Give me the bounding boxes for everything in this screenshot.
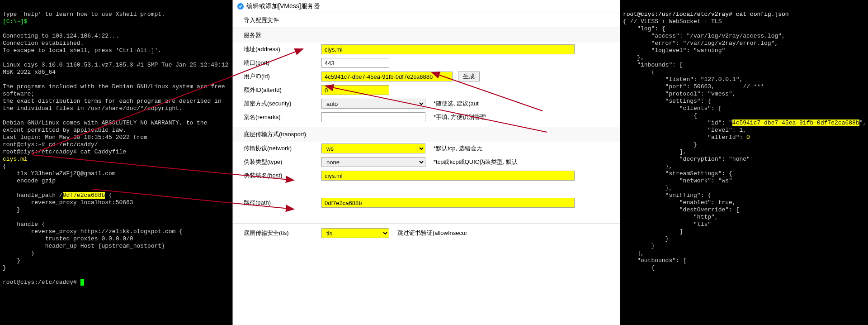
debian-note2: the exact distribution terms for each pr…	[3, 98, 225, 112]
caddy-close2a: }	[3, 250, 34, 257]
connecting: Connecting to 103.124.106.4:22...	[3, 33, 119, 39]
r-l4: "error": "/var/log/v2ray/error.log",	[623, 40, 778, 47]
r-l35: {	[623, 264, 655, 271]
r-l6: },	[623, 54, 644, 61]
alterid-input[interactable]	[321, 85, 389, 95]
section-server: 服务器	[233, 28, 620, 43]
caddy-handlepath-pre: handle_path /	[3, 192, 63, 199]
r-l28: "http",	[623, 214, 718, 220]
r-l1: { // VLESS + WebSocket + TLS	[623, 18, 722, 25]
hint-network: *默认tcp, 选错会无	[434, 144, 482, 153]
r-l20: "decryption": "none"	[623, 156, 750, 162]
address-input[interactable]	[321, 44, 575, 54]
r-l29: "tls"	[623, 221, 711, 228]
hint-remarks: *手填, 方便识别管理	[434, 113, 486, 121]
r-l32: }	[623, 243, 655, 249]
id-input[interactable]	[321, 72, 453, 81]
r-l21: },	[623, 163, 672, 170]
label-host: 伪装域名(host)	[244, 172, 316, 180]
r-l34: "outbounds": [	[623, 257, 686, 264]
r-l18: }	[623, 141, 697, 148]
r-l3: "access": "/var/log/v2ray/access.log",	[623, 33, 785, 39]
r-l30: ]	[623, 228, 683, 235]
hint-security: *随便选, 建议(aut	[434, 100, 479, 108]
debian-note3: Debian GNU/Linux comes with ABSOLUTELY N…	[3, 119, 211, 134]
label-address: 地址(address)	[244, 45, 316, 53]
help-line: Type `help' to learn how to use Xshell p…	[3, 11, 165, 18]
caddy-rp1: reverse_proxy localhost:50663	[3, 199, 133, 206]
r-l17a: "alterId":	[623, 134, 746, 141]
caddy-handlepath-hl: 0df7e2ca688b	[63, 192, 105, 199]
cursor-icon	[80, 279, 84, 286]
section-transport: 底层传输方式(transport)	[233, 127, 620, 142]
label-path: 路径(path)	[244, 199, 316, 207]
right-prompt: root@ciys:/usr/local/etc/v2ray# cat conf…	[623, 11, 789, 18]
caddy-close3: }	[3, 264, 6, 271]
r-l17b: 0	[746, 134, 750, 141]
dialog-title-bar: ✔ 编辑或添加[VMess]服务器	[233, 0, 620, 13]
hint-tls: 跳过证书验证(allowInsecur	[397, 229, 467, 237]
caddy-tls: tls Y3JhenlwZWFjZQ@gmail.com	[3, 170, 116, 177]
terminal-right[interactable]: root@ciys:/usr/local/etc/v2ray# cat conf…	[620, 0, 868, 325]
caddy-trusted: trusted_proxies 0.0.0.0/0	[3, 235, 133, 242]
r-l7: "inbounds": [	[623, 62, 683, 68]
r-l24: },	[623, 185, 672, 191]
label-port: 端口(port)	[244, 59, 316, 67]
r-l23: "network": "ws"	[623, 177, 732, 184]
r-l22: "streamSettings": {	[623, 170, 732, 177]
r-l27: "destOverride": [	[623, 206, 739, 213]
caddy-gzip: encode gzip	[3, 177, 56, 184]
label-network: 传输协议(network)	[244, 144, 316, 153]
caddy-host: ciys.ml	[3, 156, 28, 162]
label-id: 用户ID(id)	[244, 72, 316, 81]
vmess-dialog: ✔ 编辑或添加[VMess]服务器 导入配置文件 服务器 地址(address)…	[232, 0, 620, 325]
security-select[interactable]: auto	[321, 99, 425, 109]
path-input[interactable]	[321, 198, 575, 208]
cd-cmd: root@ciys:~# cd /etc/caddy/	[3, 141, 98, 148]
r-l14: {	[623, 112, 697, 119]
linux-banner: Linux ciys 3.10.0-1160.53.1.vz7.185.3 #1…	[3, 62, 232, 76]
r-l10: "port": 50663, // ***	[623, 83, 764, 90]
r-l15a: "id": "	[623, 119, 732, 126]
established: Connection established.	[3, 40, 84, 47]
r-l33: ],	[623, 250, 644, 257]
tls-select[interactable]: tls	[321, 228, 389, 238]
r-l11: "protocol": "vmess",	[623, 91, 736, 97]
r-l9: "listen": "127.0.0.1",	[623, 76, 743, 83]
prompt-end: root@ciys:/etc/caddy#	[3, 279, 80, 286]
network-select[interactable]: ws	[321, 143, 425, 153]
label-security: 加密方式(security)	[244, 100, 316, 108]
r-l25: "sniffing": {	[623, 192, 711, 199]
cat-cmd: root@ciys:/etc/caddy# cat Caddyfile	[3, 148, 126, 155]
label-tls: 底层传输安全(tls)	[244, 229, 316, 237]
import-config-link[interactable]: 导入配置文件	[233, 13, 620, 28]
terminal-left[interactable]: Type `help' to learn how to use Xshell p…	[0, 0, 232, 325]
dialog-title: 编辑或添加[VMess]服务器	[246, 2, 320, 10]
port-input[interactable]	[321, 58, 389, 68]
caddy-open: {	[3, 163, 6, 170]
r-l2: "log": {	[623, 25, 665, 32]
type-select[interactable]: none	[321, 157, 425, 167]
r-l15b: 4c5941c7-dbe7-45ea-91fb-0df7e2ca688b	[732, 119, 859, 126]
hint-type: *tcp或kcp或QUIC伪装类型, 默认	[434, 158, 518, 166]
caddy-close1: }	[3, 206, 20, 213]
r-l31: }	[623, 235, 669, 242]
label-type: 伪装类型(type)	[244, 158, 316, 166]
last-login: Last login: Mon May 30 18:35:45 2022 fro…	[3, 134, 151, 141]
prompt-local: [C:\~]$	[3, 18, 28, 25]
caddy-handlepath-post: {	[105, 192, 112, 199]
label-remarks: 别名(remarks)	[244, 113, 316, 121]
generate-button[interactable]: 生成	[458, 72, 480, 81]
r-l15c: ", // ***	[859, 119, 868, 126]
r-l16: "level": 1,	[623, 127, 746, 134]
escape-hint: To escape to local shell, press 'Ctrl+Al…	[3, 47, 161, 54]
r-l19: ],	[623, 148, 686, 155]
check-icon: ✔	[237, 3, 244, 10]
remarks-input[interactable]	[321, 112, 425, 122]
caddy-header: header_up Host {upstream_hostport}	[3, 243, 165, 249]
host-input[interactable]	[321, 171, 575, 181]
r-l13: "clients": [	[623, 105, 722, 112]
r-l12: "settings": {	[623, 98, 711, 105]
caddy-rp2: reverse_proxy https://zelikk.blogspot.co…	[3, 228, 183, 235]
caddy-handle: handle {	[3, 221, 45, 228]
